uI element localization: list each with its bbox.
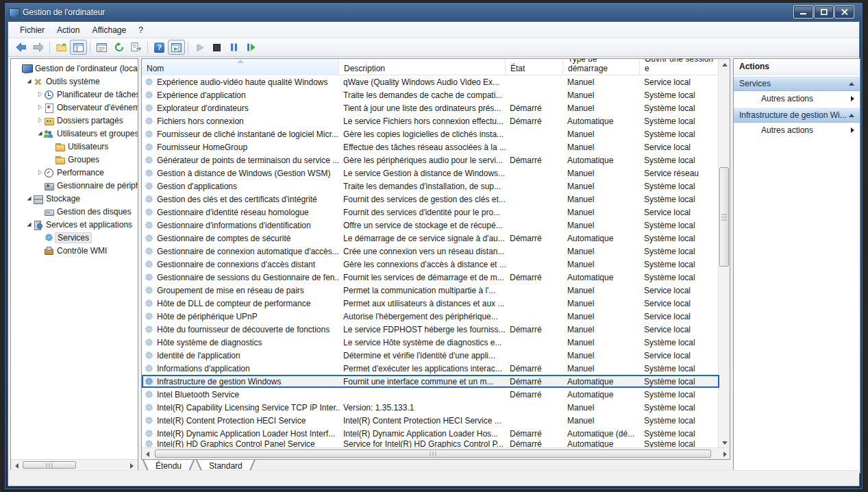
cell-session: Service local	[640, 286, 719, 295]
column-header-description[interactable]: Description	[339, 59, 506, 75]
back-button[interactable]	[12, 40, 29, 55]
tree-item-services-et-applications[interactable]: Services et applications	[11, 218, 138, 231]
export-list-button[interactable]	[127, 40, 145, 55]
menu-item-action[interactable]: Action	[51, 23, 86, 37]
service-gear-icon	[144, 207, 154, 217]
cell-type-text: Manuel	[567, 130, 594, 139]
table-row[interactable]: Fournisseur de cliché instantané de logi…	[142, 127, 719, 140]
table-row[interactable]: Hôte de périphérique UPnPAutorise l'hébe…	[142, 310, 719, 323]
actions-section-header-services[interactable]: Services	[734, 76, 860, 91]
table-row[interactable]: Expérience d'applicationTraite les deman…	[142, 88, 719, 101]
column-header-nom[interactable]: Nom	[142, 59, 339, 75]
table-row[interactable]: Générateur de points de terminaison du s…	[142, 153, 719, 167]
table-row[interactable]: Fichiers hors connexionLe service Fichie…	[142, 114, 719, 127]
table-row[interactable]: Gestionnaire de connexion automatique d'…	[142, 245, 719, 258]
pause-button[interactable]	[225, 40, 243, 55]
content-area: Gestion de l'ordinateur (local)Outils sy…	[8, 57, 859, 470]
table-row[interactable]: Intel(R) Dynamic Application Loader Host…	[142, 427, 719, 440]
tree-horizontal-scrollbar[interactable]	[11, 459, 138, 470]
scroll-right-button[interactable]	[126, 460, 138, 471]
play-button[interactable]	[191, 40, 208, 55]
table-row[interactable]: Informations d'applicationPermet d'exécu…	[142, 362, 719, 375]
title-bar[interactable]: Gestion de l'ordinateur	[5, 3, 863, 21]
scrollbar-thumb[interactable]	[23, 461, 76, 469]
list-vertical-scrollbar[interactable]	[718, 59, 730, 449]
cell-type: Manuel	[563, 247, 640, 256]
table-row[interactable]: Gestionnaire de sessions du Gestionnaire…	[142, 271, 719, 284]
forward-button[interactable]	[29, 40, 47, 55]
tree-item-gestion-des-disques[interactable]: Gestion des disques	[11, 205, 138, 218]
table-row[interactable]: Fournisseur HomeGroupEffectue des tâches…	[142, 140, 719, 153]
collapsed-arrow-icon[interactable]	[36, 117, 44, 123]
expanded-arrow-icon[interactable]	[25, 221, 33, 227]
actions-item-autres-actions[interactable]: Autres actions	[734, 91, 860, 106]
table-row[interactable]: Explorateur d'ordinateursTient à jour un…	[142, 101, 719, 114]
console-tree-button[interactable]	[70, 40, 87, 55]
expanded-arrow-icon[interactable]	[25, 78, 33, 84]
column-header-ouvrir-une-session-e[interactable]: Ouvrir une session e	[640, 59, 719, 75]
table-row[interactable]: Intel Bluetooth ServiceDémarréAutomatiqu…	[142, 388, 719, 401]
tree-item-controle-wmi[interactable]: Contrôle WMI	[11, 244, 138, 257]
tree-item-observateur-d-eveneme[interactable]: Observateur d'événeme	[11, 101, 138, 114]
close-button[interactable]	[834, 5, 854, 19]
table-row[interactable]: Gestion des clés et des certificats d'in…	[142, 193, 719, 206]
tree-item-utilisateurs[interactable]: Utilisateurs	[11, 140, 138, 153]
minimize-button[interactable]	[793, 5, 813, 19]
restart-button[interactable]	[243, 40, 260, 55]
maximize-button[interactable]	[814, 5, 834, 19]
scrollbar-thumb[interactable]	[155, 450, 711, 458]
table-row[interactable]: Hôte de DLL de compteur de performancePe…	[142, 297, 719, 310]
tree-item-groupes[interactable]: Groupes	[11, 153, 138, 166]
table-row[interactable]: Gestion à distance de Windows (Gestion W…	[142, 167, 719, 180]
menu-item-fichier[interactable]: Fichier	[14, 23, 51, 37]
scroll-up-button[interactable]	[719, 59, 730, 71]
action-pane-button[interactable]	[168, 40, 185, 55]
cell-type-text: Automatique	[567, 116, 613, 126]
tree-item-gestionnaire-de-periphe[interactable]: Gestionnaire de périphé	[11, 179, 138, 192]
cell-type-text: Manuel	[567, 299, 594, 308]
table-row-partial[interactable]: Intel(R) HD Graphics Control Panel Servi…	[142, 440, 719, 447]
table-row[interactable]: Gestionnaire d'identité réseau homologue…	[142, 206, 719, 219]
tree-item-dossiers-partages[interactable]: Dossiers partagés	[11, 114, 138, 127]
expanded-arrow-icon[interactable]	[25, 195, 33, 201]
table-row[interactable]: Expérience audio-vidéo haute qualité Win…	[142, 75, 719, 88]
menu-item-affichage[interactable]: Affichage	[86, 23, 132, 37]
tree-item-utilisateurs-et-groupes-l[interactable]: Utilisateurs et groupes l	[11, 127, 138, 140]
column-header-type-de-demarrage[interactable]: Type de démarrage	[563, 59, 640, 75]
scrollbar-thumb[interactable]	[719, 167, 729, 267]
folder-up-button[interactable]	[53, 40, 70, 55]
table-row[interactable]: Intel(R) Content Protection HECI Service…	[142, 414, 719, 427]
list-horizontal-scrollbar[interactable]	[142, 447, 730, 459]
tree-item-services[interactable]: Services	[11, 231, 138, 244]
table-row[interactable]: Gestion d'applicationsTraite les demande…	[142, 180, 719, 193]
stop-button[interactable]	[208, 40, 225, 55]
expanded-arrow-icon[interactable]	[36, 130, 44, 136]
actions-item-autres-actions[interactable]: Autres actions	[734, 123, 860, 138]
help-button[interactable]: ?	[151, 40, 168, 55]
tree-item-gestion-de-l-ordinateur-local[interactable]: Gestion de l'ordinateur (local)	[11, 62, 138, 75]
refresh-button[interactable]	[110, 40, 127, 55]
table-row[interactable]: Hôte du fournisseur de découverte de fon…	[142, 323, 719, 336]
column-header-etat[interactable]: État	[506, 59, 563, 75]
tree-item-stockage[interactable]: Stockage	[11, 192, 138, 205]
table-row[interactable]: Gestionnaire d'informations d'identifica…	[142, 219, 719, 232]
table-row[interactable]: Intel(R) Capability Licensing Service TC…	[142, 401, 719, 414]
scroll-left-button[interactable]	[11, 460, 23, 471]
actions-section-header-infrastructure-de-gestion-wi[interactable]: Infrastructure de gestion Wi...	[734, 108, 860, 123]
table-row[interactable]: Hôte système de diagnosticsLe service Hô…	[142, 336, 719, 349]
table-row[interactable]: Infrastructure de gestion WindowsFournit…	[142, 375, 719, 388]
scroll-left-button[interactable]	[142, 448, 153, 460]
table-row[interactable]: Identité de l'applicationDétermine et vé…	[142, 349, 719, 362]
properties-button[interactable]	[93, 40, 110, 55]
table-row[interactable]: Gestionnaire de connexions d'accès dista…	[142, 258, 719, 271]
table-row[interactable]: Groupement de mise en réseau de pairsPer…	[142, 284, 719, 297]
tree-item-planificateur-de-taches[interactable]: Planificateur de tâches	[11, 88, 138, 101]
collapsed-arrow-icon[interactable]	[36, 91, 44, 97]
scroll-right-button[interactable]	[719, 448, 730, 460]
menu-item-help[interactable]: ?	[132, 23, 149, 37]
tree-item-outils-systeme[interactable]: Outils système	[11, 75, 138, 88]
collapsed-arrow-icon[interactable]	[36, 104, 44, 110]
table-row[interactable]: Gestionnaire de comptes de sécuritéLe dé…	[142, 232, 719, 245]
tree-item-performance[interactable]: Performance	[11, 166, 138, 179]
collapsed-arrow-icon[interactable]	[36, 169, 44, 175]
